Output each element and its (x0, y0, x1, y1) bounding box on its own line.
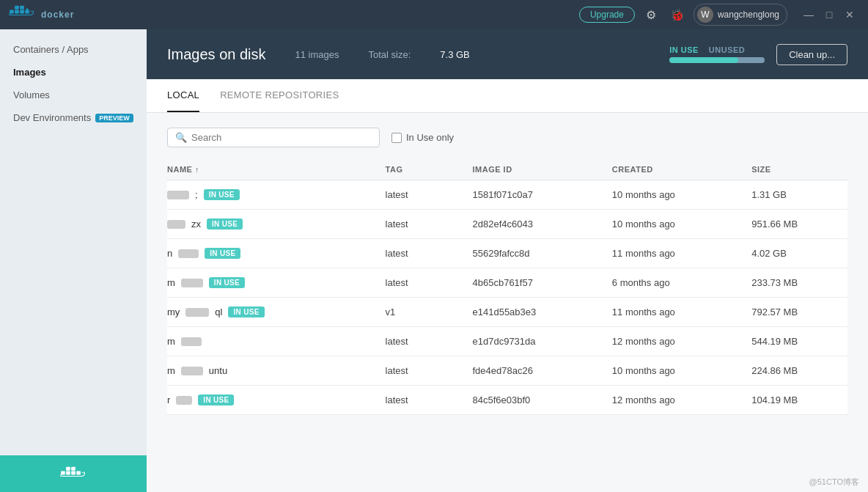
name-blur (185, 308, 209, 317)
maximize-button[interactable]: □ (820, 5, 839, 24)
tag-cell: latest (377, 327, 464, 356)
created-cell: 11 months ago (603, 239, 743, 268)
total-size-label: Total size: (369, 49, 411, 60)
preview-badge: PREVIEW (95, 114, 133, 122)
svg-rect-3 (15, 6, 19, 10)
docker-whale-icon (60, 465, 87, 482)
table-row[interactable]: zxIN USElatest2d82ef4c604310 months ago9… (167, 210, 847, 239)
clean-up-button[interactable]: Clean up... (776, 44, 847, 65)
name-blur (178, 249, 199, 258)
table-row[interactable]: rIN USElatest84c5f6e03bf012 months ago10… (167, 386, 847, 415)
bug-icon[interactable]: 🐞 (667, 4, 688, 25)
sidebar-item-dev-environments[interactable]: Dev Environments PREVIEW (0, 106, 147, 129)
name-prefix: r (167, 394, 170, 405)
svg-point-6 (26, 8, 29, 10)
sidebar: Containers / Apps Images Volumes Dev Env… (0, 29, 147, 492)
tag-cell: latest (377, 356, 464, 386)
close-button[interactable]: ✕ (840, 5, 859, 24)
imageid-cell: e141d55ab3e3 (464, 298, 603, 327)
imageid-cell: 1581f071c0a7 (464, 180, 603, 210)
usage-label-row: IN USE UNUSED (669, 45, 765, 54)
col-header-name[interactable]: NAME ↑ (167, 159, 377, 180)
tag-cell: v1 (377, 298, 464, 327)
imageid-cell: fde4ed78ac26 (464, 356, 603, 386)
name-prefix: m (167, 277, 175, 288)
settings-icon[interactable]: ⚙ (641, 4, 661, 25)
svg-rect-10 (66, 467, 70, 471)
name-suffix: untu (209, 365, 227, 376)
name-cell: rIN USE (167, 394, 368, 405)
table-body: ;IN USElatest1581f071c0a710 months ago1.… (167, 180, 847, 415)
tab-remote-repositories[interactable]: REMOTE REPOSITORIES (220, 79, 339, 112)
minimize-button[interactable]: — (799, 5, 818, 24)
images-table-wrap: NAME ↑ TAG IMAGE ID CREATED SIZE ;IN USE… (167, 159, 847, 492)
col-header-tag[interactable]: TAG (377, 159, 464, 180)
name-cell: m (167, 336, 368, 347)
search-input[interactable] (191, 132, 372, 143)
name-blur (181, 279, 203, 287)
tag-cell: latest (377, 268, 464, 298)
main-layout: Containers / Apps Images Volumes Dev Env… (0, 29, 868, 492)
checkbox-box (391, 133, 402, 143)
table-row[interactable]: muntulatestfde4ed78ac2610 months ago224.… (167, 356, 847, 386)
size-cell: 792.57 MB (743, 298, 847, 327)
col-header-imageid[interactable]: IMAGE ID (464, 159, 603, 180)
imageid-cell: 2d82ef4c6043 (464, 210, 603, 239)
name-prefix: m (167, 336, 175, 347)
table-row[interactable]: nIN USElatest55629fafcc8d11 months ago4.… (167, 239, 847, 268)
name-suffix: zx (191, 219, 201, 230)
name-blur (181, 367, 203, 375)
sidebar-item-images[interactable]: Images (0, 61, 147, 84)
sidebar-item-containers-apps[interactable]: Containers / Apps (0, 38, 147, 61)
size-cell: 104.19 MB (743, 386, 847, 415)
in-use-badge: IN USE (205, 248, 240, 259)
name-suffix: ; (195, 189, 198, 200)
table-row[interactable]: myqlIN USEv1e141d55ab3e311 months ago792… (167, 298, 847, 327)
content-area: Images on disk 11 images Total size: 7.3… (147, 29, 868, 492)
col-header-created[interactable]: CREATED (603, 159, 743, 180)
svg-rect-9 (71, 471, 76, 474)
sidebar-nav: Containers / Apps Images Volumes Dev Env… (0, 29, 147, 455)
usage-bar-fill (669, 57, 738, 63)
name-cell: ;IN USE (167, 189, 368, 200)
watermark: @51CTO博客 (809, 477, 859, 488)
imageid-cell: 84c5f6e03bf0 (464, 386, 603, 415)
sidebar-item-volumes[interactable]: Volumes (0, 84, 147, 106)
imageid-cell: 55629fafcc8d (464, 239, 603, 268)
size-cell: 1.31 GB (743, 180, 847, 210)
tabs-bar: LOCAL REMOTE REPOSITORIES (147, 79, 868, 113)
tag-cell: latest (377, 210, 464, 239)
user-menu-button[interactable]: W wangchenglong (694, 4, 787, 26)
sidebar-footer (0, 455, 147, 492)
total-size-value: 7.3 GB (440, 49, 469, 60)
name-prefix: my (167, 306, 180, 317)
created-cell: 12 months ago (603, 327, 743, 356)
in-use-badge: IN USE (204, 189, 240, 200)
table-header: NAME ↑ TAG IMAGE ID CREATED SIZE (167, 159, 847, 180)
in-use-only-checkbox[interactable]: In Use only (391, 132, 454, 143)
col-header-size[interactable]: SIZE (743, 159, 847, 180)
table-row[interactable]: mIN USElatest4b65cb761f576 months ago233… (167, 268, 847, 298)
name-cell: zxIN USE (167, 219, 368, 230)
window-controls: — □ ✕ (799, 5, 859, 24)
titlebar-left: docker (9, 4, 74, 26)
table-row[interactable]: ;IN USElatest1581f071c0a710 months ago1.… (167, 180, 847, 210)
in-use-badge: IN USE (207, 219, 243, 230)
sidebar-item-label: Containers / Apps (13, 44, 89, 55)
name-blur (167, 191, 189, 199)
sidebar-item-label: Images (13, 67, 46, 78)
upgrade-button[interactable]: Upgrade (579, 7, 635, 23)
name-prefix: n (167, 248, 172, 259)
svg-rect-11 (71, 467, 76, 471)
size-cell: 951.66 MB (743, 210, 847, 239)
in-use-only-label: In Use only (406, 132, 454, 143)
table-row[interactable]: mlateste1d7dc9731da12 months ago544.19 M… (167, 327, 847, 356)
tab-local[interactable]: LOCAL (167, 79, 199, 112)
size-cell: 233.73 MB (743, 268, 847, 298)
name-cell: myqlIN USE (167, 306, 368, 317)
created-cell: 6 months ago (603, 268, 743, 298)
usage-labels: IN USE UNUSED (669, 45, 765, 63)
name-cell: mIN USE (167, 277, 368, 288)
created-cell: 12 months ago (603, 386, 743, 415)
in-use-badge: IN USE (228, 306, 264, 317)
